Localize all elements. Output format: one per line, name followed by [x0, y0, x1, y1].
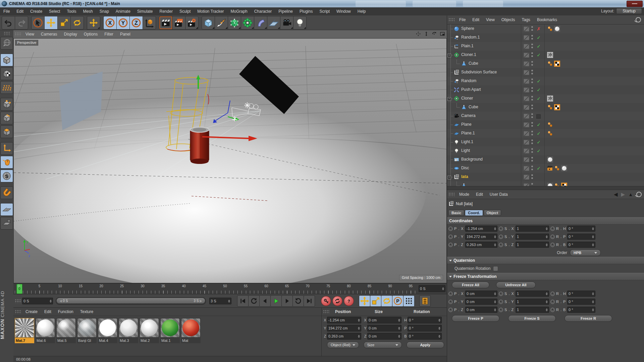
timeline-scroll-thumb[interactable]: ◀ 0 S 3 S ▶ [57, 298, 205, 303]
material-thumbnail[interactable] [98, 318, 117, 338]
stepper[interactable] [493, 227, 496, 230]
tab-coord[interactable]: Coord. [465, 210, 483, 216]
stepper[interactable] [591, 308, 594, 311]
redo-button[interactable] [15, 16, 28, 29]
freeze-r-button[interactable]: Freeze R [565, 315, 612, 322]
texture-tag-icon[interactable] [547, 96, 553, 102]
viewport-menu-filter[interactable]: Filter [101, 30, 117, 38]
coord-p-field[interactable]: 0.263 cm [465, 242, 497, 248]
editor-visibility-toggle[interactable] [524, 166, 529, 171]
editor-visibility-toggle[interactable] [524, 79, 529, 84]
expand-toggle[interactable]: − [447, 176, 451, 179]
freeze-p-field[interactable]: 0 cm [465, 307, 497, 313]
menu-snap[interactable]: Snap [96, 7, 112, 15]
menu-pipeline[interactable]: Pipeline [275, 7, 296, 15]
coord-r-field[interactable]: 0 ° [408, 325, 442, 331]
material-thumbnail[interactable] [36, 318, 55, 338]
toggle-view-icon[interactable] [439, 31, 445, 37]
coord-r-field[interactable]: 0 ° [567, 234, 595, 240]
zoom-icon[interactable] [423, 31, 429, 37]
coord-p-field[interactable]: 0.263 cm [327, 333, 361, 340]
material-tag-icon[interactable] [547, 183, 553, 186]
freeze-s-field[interactable]: 1 [516, 291, 549, 297]
workplane-lock-button[interactable] [0, 203, 13, 216]
object-manager-menu-file[interactable]: File [456, 16, 469, 24]
visibility-dots[interactable] [531, 113, 533, 119]
last-tool-move-button[interactable] [87, 16, 100, 29]
phong-tag-icon[interactable] [547, 104, 553, 110]
position-mode-dropdown[interactable]: Object (Rel) [327, 342, 359, 348]
keyframe-radio[interactable] [550, 243, 555, 247]
history-forward-icon[interactable]: ▶ [621, 191, 625, 197]
quaternion-rotation-checkbox[interactable] [493, 266, 498, 271]
timeline-ruler[interactable]: 0 05101520253035404550556065707580859095… [13, 283, 447, 294]
title-bar[interactable]: CINEMA 4D R18.048 Studio (RC - R18) - [C… [0, 0, 644, 7]
panel-grip[interactable] [15, 32, 21, 36]
anim-scale-button[interactable] [370, 295, 381, 307]
panel-grip[interactable] [448, 192, 454, 196]
menu-motion-tracker[interactable]: Motion Tracker [194, 7, 227, 15]
visibility-dots[interactable] [531, 148, 533, 154]
visibility-dots[interactable] [531, 35, 533, 40]
play-backward-loop-button[interactable] [248, 295, 260, 307]
editor-visibility-toggle[interactable] [524, 70, 529, 75]
visibility-dots[interactable] [531, 122, 533, 127]
stepper[interactable] [397, 327, 400, 330]
menu-tools[interactable]: Tools [63, 7, 79, 15]
stepper[interactable] [357, 335, 360, 338]
material-tag-icon[interactable] [561, 165, 567, 171]
material-tag-icon[interactable] [554, 26, 560, 32]
material-thumbnail[interactable] [140, 318, 159, 338]
render-settings-button[interactable] [185, 16, 199, 29]
undo-button[interactable] [2, 16, 15, 29]
stepper[interactable] [397, 319, 400, 322]
material-menu-texture[interactable]: Texture [77, 308, 97, 316]
object-row-subdivision-surface[interactable]: 0Subdivision Surface [447, 68, 644, 77]
object-manager-menu-objects[interactable]: Objects [498, 16, 519, 24]
viewport-solo-button[interactable] [0, 156, 13, 169]
keyframe-radio[interactable] [448, 235, 453, 239]
stepper[interactable] [437, 335, 440, 338]
object-manager-menu-tags[interactable]: Tags [519, 16, 534, 24]
enabled-check-icon[interactable]: ✓ [536, 35, 542, 41]
material-mat.5[interactable]: Mat.5 [56, 318, 76, 343]
visibility-dots[interactable] [531, 183, 533, 186]
coord-s-field[interactable]: 0 cm [367, 333, 401, 340]
record-key-button[interactable] [321, 296, 331, 306]
editor-visibility-toggle[interactable] [524, 175, 529, 180]
object-row-light[interactable]: Light✓ [447, 146, 644, 155]
stepper[interactable] [591, 235, 594, 238]
enabled-check-icon[interactable]: ✓ [536, 165, 542, 171]
move-button[interactable] [44, 16, 58, 29]
keyframe-radio[interactable] [550, 292, 555, 296]
render-tag-icon[interactable] [547, 165, 553, 171]
material-banji-gl[interactable]: Banji Gl [77, 318, 97, 343]
editor-visibility-toggle[interactable] [524, 61, 529, 66]
enabled-check-icon[interactable]: ✓ [536, 122, 542, 128]
object-row-light.1[interactable]: Light.1✓ [447, 138, 644, 146]
object-row-push-apart[interactable]: Push Apart✓ [447, 85, 644, 94]
freeze-p-button[interactable]: Freeze P [452, 315, 499, 322]
material-thumbnail[interactable] [15, 318, 34, 338]
menu-mograph[interactable]: MoGraph [227, 7, 251, 15]
menu-help[interactable]: Help [354, 7, 369, 15]
apply-button[interactable]: Apply [407, 342, 444, 348]
texture-tag-icon[interactable] [547, 52, 553, 58]
search-icon[interactable] [636, 192, 642, 197]
visibility-dots[interactable] [531, 44, 533, 49]
freeze-r-field[interactable]: 0 ° [567, 299, 595, 305]
coord-r-field[interactable]: 0 ° [408, 317, 442, 323]
viewport-menu-panel[interactable]: Panel [117, 30, 134, 38]
visibility-dots[interactable] [531, 52, 533, 58]
enabled-check-icon[interactable]: ✓ [536, 139, 542, 145]
material-mat.2[interactable]: Mat.2 [140, 318, 159, 343]
stepper[interactable] [591, 292, 594, 295]
snap-button[interactable]: S [0, 170, 13, 182]
stepper[interactable] [545, 227, 548, 230]
coord-r-field[interactable]: 0 ° [567, 226, 595, 232]
object-row-disc[interactable]: Disc✓ [447, 164, 644, 173]
keyframe-radio[interactable] [448, 243, 453, 247]
texture-mode-button[interactable] [0, 67, 13, 80]
visibility-dots[interactable] [531, 139, 533, 145]
scene-light-button[interactable] [293, 16, 307, 29]
